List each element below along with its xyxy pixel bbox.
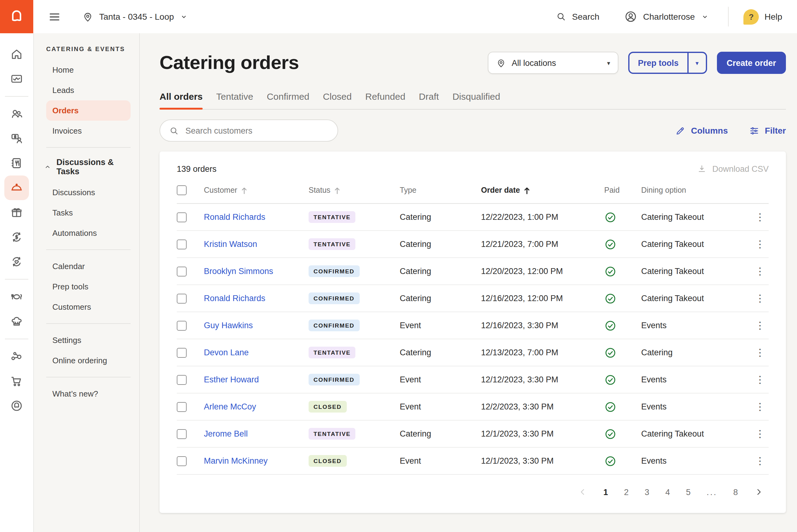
nav-sales-button[interactable] bbox=[4, 126, 29, 151]
page-number-1[interactable]: 1 bbox=[603, 487, 608, 497]
filter-button[interactable]: Filter bbox=[749, 125, 786, 136]
row-actions-button[interactable]: ⋮ bbox=[752, 264, 768, 279]
sidebar-item-online-ordering[interactable]: Online ordering bbox=[46, 350, 131, 371]
sidebar-item-invoices[interactable]: Invoices bbox=[46, 121, 131, 141]
column-header-order-date[interactable]: Order date bbox=[481, 186, 520, 194]
nav-gift-cards-button[interactable] bbox=[4, 200, 29, 225]
row-actions-button[interactable]: ⋮ bbox=[752, 426, 768, 441]
table-row: Guy HawkinsConfirmedEvent12/16/2023, 3:3… bbox=[177, 312, 768, 339]
customer-link[interactable]: Ronald Richards bbox=[204, 212, 265, 222]
row-actions-button[interactable]: ⋮ bbox=[752, 372, 768, 387]
sort-ascending-icon[interactable] bbox=[334, 186, 341, 194]
page-number-3[interactable]: 3 bbox=[645, 487, 649, 497]
tab-confirmed[interactable]: Confirmed bbox=[267, 91, 309, 109]
edit-columns-button[interactable]: Columns bbox=[675, 125, 728, 136]
customer-link[interactable]: Ronald Richards bbox=[204, 294, 265, 303]
customer-link[interactable]: Marvin McKinney bbox=[204, 456, 268, 466]
sidebar-item-automations[interactable]: Automations bbox=[46, 223, 131, 243]
sidebar-item-settings[interactable]: Settings bbox=[46, 330, 131, 350]
nav-guests-button[interactable] bbox=[4, 101, 29, 126]
sidebar-item-home[interactable]: Home bbox=[46, 60, 131, 80]
row-checkbox[interactable] bbox=[177, 456, 187, 466]
nav-dining-button[interactable] bbox=[4, 284, 29, 309]
sidebar-item-calendar[interactable]: Calendar bbox=[46, 256, 131, 277]
page-number-2[interactable]: 2 bbox=[624, 487, 629, 497]
user-menu[interactable]: Charlotterose bbox=[624, 10, 709, 23]
create-order-button[interactable]: Create order bbox=[717, 52, 786, 74]
help-button[interactable]: ? Help bbox=[743, 9, 782, 24]
toast-logo[interactable] bbox=[0, 0, 33, 33]
nav-ecommerce-button[interactable] bbox=[4, 369, 29, 394]
row-checkbox[interactable] bbox=[177, 321, 187, 330]
sidebar-item-tasks[interactable]: Tasks bbox=[46, 203, 131, 223]
dollar-cycle-icon bbox=[10, 230, 23, 244]
row-checkbox[interactable] bbox=[177, 347, 187, 358]
customer-link[interactable]: Arlene McCoy bbox=[204, 402, 256, 411]
row-actions-button[interactable]: ⋮ bbox=[752, 454, 768, 468]
location-filter-select[interactable]: All locations ▾ bbox=[488, 52, 618, 74]
sidebar-item-whats-new[interactable]: What’s new? bbox=[46, 384, 131, 404]
restaurant-location-picker[interactable]: Tanta - 0345 - Loop bbox=[82, 11, 189, 22]
sort-ascending-icon[interactable] bbox=[524, 186, 530, 194]
column-header-type[interactable]: Type bbox=[400, 186, 416, 194]
row-checkbox[interactable] bbox=[177, 402, 187, 412]
row-checkbox[interactable] bbox=[177, 212, 187, 222]
nav-integrations-button[interactable] bbox=[4, 344, 29, 369]
customer-link[interactable]: Guy Hawkins bbox=[204, 321, 253, 330]
column-header-status[interactable]: Status bbox=[308, 186, 330, 194]
row-actions-button[interactable]: ⋮ bbox=[752, 399, 768, 414]
next-page-button[interactable] bbox=[754, 487, 764, 497]
column-header-dining[interactable]: Dining option bbox=[641, 186, 686, 194]
page-number-8[interactable]: 8 bbox=[733, 487, 738, 497]
nav-home-button[interactable] bbox=[4, 42, 29, 66]
sidebar-item-orders[interactable]: Orders bbox=[46, 100, 131, 121]
previous-page-button[interactable] bbox=[577, 487, 587, 497]
row-checkbox[interactable] bbox=[177, 375, 187, 384]
page-number-5[interactable]: 5 bbox=[686, 487, 690, 497]
row-checkbox[interactable] bbox=[177, 293, 187, 303]
sidebar-item-prep-tools[interactable]: Prep tools bbox=[46, 277, 131, 297]
row-actions-button[interactable]: ⋮ bbox=[752, 210, 768, 225]
row-actions-button[interactable]: ⋮ bbox=[752, 237, 768, 251]
row-actions-button[interactable]: ⋮ bbox=[752, 318, 768, 333]
tab-refunded[interactable]: Refunded bbox=[365, 91, 405, 109]
tab-draft[interactable]: Draft bbox=[419, 91, 439, 109]
customer-link[interactable]: Kristin Watson bbox=[204, 240, 257, 249]
nav-catering-button[interactable] bbox=[4, 175, 29, 200]
download-csv-button[interactable]: Download CSV bbox=[697, 164, 768, 174]
row-checkbox[interactable] bbox=[177, 429, 187, 439]
customer-link[interactable]: Brooklyn Simmons bbox=[204, 267, 273, 276]
row-checkbox[interactable] bbox=[177, 239, 187, 249]
global-search-button[interactable]: Search bbox=[555, 11, 600, 22]
customer-link[interactable]: Jerome Bell bbox=[204, 429, 248, 438]
sidebar-item-customers[interactable]: Customers bbox=[46, 297, 131, 317]
nav-toast-account-button[interactable] bbox=[4, 394, 29, 418]
hamburger-menu-button[interactable] bbox=[48, 10, 61, 23]
customer-search-field[interactable] bbox=[159, 119, 338, 141]
prep-tools-dropdown-button[interactable]: ▾ bbox=[687, 53, 705, 73]
tab-closed[interactable]: Closed bbox=[323, 91, 352, 109]
nav-kitchen-button[interactable] bbox=[4, 309, 29, 334]
nav-menu-manager-button[interactable] bbox=[4, 151, 29, 175]
customer-search-input[interactable] bbox=[185, 126, 329, 135]
tab-disqualified[interactable]: Disqualified bbox=[452, 91, 500, 109]
sort-ascending-icon[interactable] bbox=[241, 186, 248, 194]
row-actions-button[interactable]: ⋮ bbox=[752, 345, 768, 360]
row-actions-button[interactable]: ⋮ bbox=[752, 291, 768, 306]
nav-loyalty-button[interactable] bbox=[4, 249, 29, 274]
nav-performance-button[interactable] bbox=[4, 66, 29, 91]
column-header-paid[interactable]: Paid bbox=[604, 186, 620, 194]
page-number-4[interactable]: 4 bbox=[665, 487, 670, 497]
select-all-checkbox[interactable] bbox=[177, 185, 187, 195]
column-header-customer[interactable]: Customer bbox=[204, 186, 237, 194]
sidebar-item-discussions[interactable]: Discussions bbox=[46, 182, 131, 203]
row-checkbox[interactable] bbox=[177, 266, 187, 276]
nav-payroll-button[interactable] bbox=[4, 225, 29, 249]
tab-tentative[interactable]: Tentative bbox=[216, 91, 253, 109]
sidebar-group-discussions-tasks[interactable]: Discussions & Tasks bbox=[44, 154, 131, 180]
customer-link[interactable]: Devon Lane bbox=[204, 348, 249, 357]
customer-link[interactable]: Esther Howard bbox=[204, 375, 259, 384]
prep-tools-button[interactable]: Prep tools bbox=[629, 53, 687, 73]
tab-all-orders[interactable]: All orders bbox=[159, 91, 203, 109]
sidebar-item-leads[interactable]: Leads bbox=[46, 80, 131, 100]
